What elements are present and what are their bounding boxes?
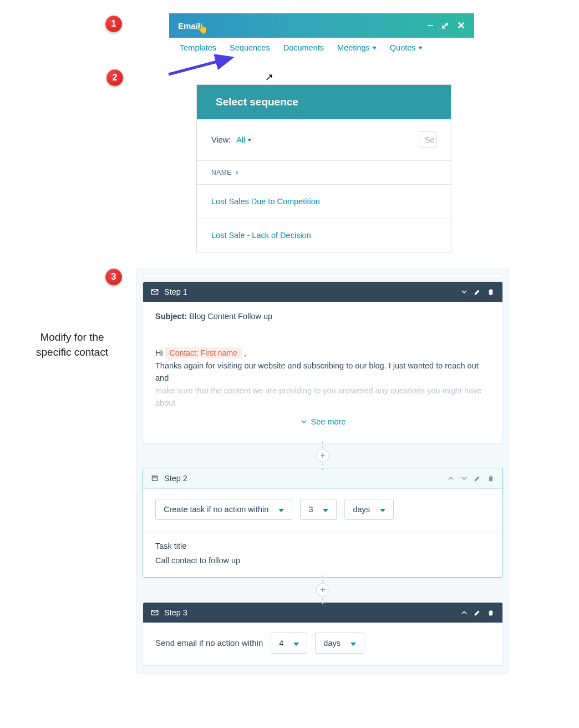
number-select[interactable]: 4 [271, 633, 307, 654]
personalization-token[interactable]: Contact: First name [165, 347, 242, 358]
email-header-actions: − ⤢ ✕ [427, 21, 465, 31]
sequence-item[interactable]: Lost Sale - Lack of Decision [197, 219, 451, 252]
unit-select[interactable]: days [315, 633, 364, 654]
caret-down-icon [247, 139, 252, 141]
email-compose-header: Email − ⤢ ✕ [169, 13, 474, 38]
action-select[interactable]: Create task if no action within [155, 499, 292, 520]
arrow-annotation-icon [166, 54, 238, 77]
trash-icon[interactable] [487, 288, 495, 296]
edit-icon[interactable] [474, 288, 481, 296]
select-sequence-panel: Select sequence View: All Se NAME ▲▼ Los… [196, 84, 451, 252]
tab-meetings[interactable]: Meetings [337, 43, 377, 52]
email-insert-tabs: Templates Sequences Documents Meetings Q… [180, 43, 423, 52]
tab-templates[interactable]: Templates [180, 43, 216, 52]
step-3-header[interactable]: Step 3 [143, 603, 502, 623]
caret-down-icon [372, 47, 377, 49]
column-header-name[interactable]: NAME ▲▼ [197, 160, 451, 185]
minimize-icon[interactable]: − [427, 21, 433, 31]
chevron-down-icon[interactable] [460, 474, 468, 482]
see-more-button[interactable]: See more [155, 410, 490, 437]
caret-down-icon [418, 47, 423, 49]
annotation-badge-1: 1 [105, 16, 122, 32]
sort-icon: ▲▼ [235, 170, 239, 175]
svg-rect-2 [152, 478, 157, 481]
close-icon[interactable]: ✕ [457, 21, 465, 31]
step-card-1: Step 1 Subject: Blog Content Follow up H… [143, 281, 503, 443]
email-icon [151, 288, 159, 296]
number-select[interactable]: 3 [300, 499, 337, 520]
expand-icon[interactable]: ⤢ [441, 21, 449, 31]
subject-label: Subject: [155, 312, 187, 321]
select-sequence-title: Select sequence [197, 85, 451, 119]
search-input[interactable]: Se [419, 132, 436, 148]
step-2-header[interactable]: Step 2 [143, 468, 502, 489]
edit-icon[interactable] [474, 474, 481, 482]
view-filter-row: View: All Se [197, 119, 451, 160]
tab-quotes[interactable]: Quotes [390, 43, 423, 52]
step-connector: + [137, 449, 509, 462]
step-1-header[interactable]: Step 1 [143, 282, 502, 302]
add-step-button[interactable]: + [316, 583, 329, 596]
subject-value: Blog Content Follow up [189, 312, 272, 321]
annotation-text: Modify for the specific contact [31, 330, 114, 360]
step-1-title: Step 1 [164, 287, 187, 296]
email-body-preview: Hi Contact: First name , Thanks again fo… [155, 347, 490, 410]
task-title-value: Call contact to follow up [155, 556, 490, 565]
tab-sequences[interactable]: Sequences [230, 43, 270, 52]
chevron-down-icon[interactable] [460, 288, 468, 296]
chevron-down-icon [300, 418, 308, 426]
email-compose-title: Email [178, 21, 200, 31]
tab-documents[interactable]: Documents [283, 43, 324, 52]
previous-card-placeholder [143, 275, 503, 278]
chevron-up-icon[interactable] [447, 474, 455, 482]
unit-select[interactable]: days [344, 499, 394, 520]
sequence-item[interactable]: Lost Sales Due to Competition [197, 185, 451, 219]
step-3-condition-row: Send email if no action within 4 days [143, 623, 502, 665]
cursor-pointer-icon [265, 71, 277, 85]
task-details: Task title Call contact to follow up [143, 532, 502, 577]
svg-rect-1 [152, 476, 157, 477]
email-icon [151, 609, 159, 616]
view-filter-label: View: [211, 135, 231, 144]
trash-icon[interactable] [487, 474, 495, 482]
step-3-title: Step 3 [164, 608, 187, 617]
add-step-button[interactable]: + [316, 449, 329, 462]
sequence-editor: Step 1 Subject: Blog Content Follow up H… [136, 269, 509, 674]
step-2-condition-row: Create task if no action within 3 days [143, 489, 502, 532]
annotation-badge-2: 2 [106, 69, 123, 86]
annotation-badge-3: 3 [105, 269, 122, 285]
edit-icon[interactable] [474, 609, 481, 616]
step-2-title: Step 2 [164, 474, 187, 483]
trash-icon[interactable] [487, 609, 495, 616]
task-title-label: Task title [155, 542, 490, 550]
svg-line-0 [169, 58, 232, 74]
step-1-body: Subject: Blog Content Follow up Hi Conta… [143, 302, 502, 443]
chevron-up-icon[interactable] [460, 609, 468, 616]
task-icon [151, 474, 159, 482]
step-card-2: Step 2 Create task if no action within 3… [143, 468, 503, 578]
view-filter-dropdown[interactable]: All [236, 135, 252, 144]
action-label: Send email if no action within [155, 638, 263, 648]
step-connector: + [137, 583, 509, 596]
subject-row: Subject: Blog Content Follow up [155, 312, 490, 331]
step-card-3: Step 3 Send email if no action within 4 … [143, 602, 503, 666]
